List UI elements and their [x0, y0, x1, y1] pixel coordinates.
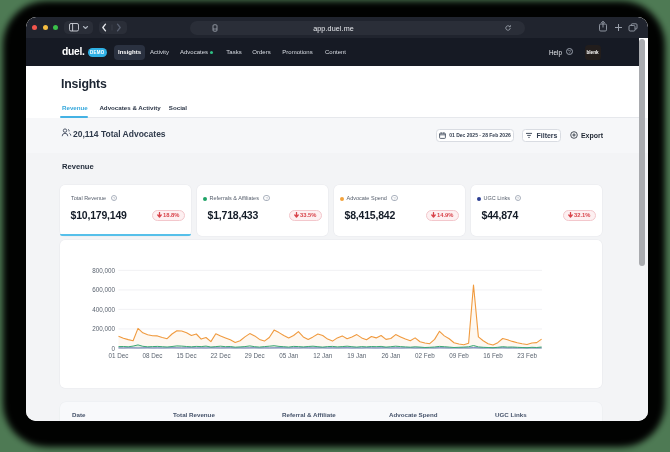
- svg-text:22 Dec: 22 Dec: [211, 352, 231, 359]
- svg-text:26 Jan: 26 Jan: [381, 352, 400, 359]
- svg-text:23 Feb: 23 Feb: [517, 352, 537, 359]
- svg-text:09 Feb: 09 Feb: [449, 352, 469, 359]
- svg-text:05 Jan: 05 Jan: [279, 352, 298, 359]
- svg-text:400,000: 400,000: [92, 306, 115, 313]
- svg-text:29 Dec: 29 Dec: [245, 352, 265, 359]
- svg-text:12 Jan: 12 Jan: [313, 352, 332, 359]
- svg-text:19 Jan: 19 Jan: [347, 352, 366, 359]
- svg-text:200,000: 200,000: [92, 325, 115, 332]
- svg-text:02 Feb: 02 Feb: [415, 352, 435, 359]
- svg-text:800,000: 800,000: [92, 267, 115, 274]
- svg-text:08 Dec: 08 Dec: [143, 352, 163, 359]
- svg-text:15 Dec: 15 Dec: [177, 352, 197, 359]
- svg-text:600,000: 600,000: [92, 286, 115, 293]
- svg-text:01 Dec: 01 Dec: [109, 352, 129, 359]
- svg-text:16 Feb: 16 Feb: [483, 352, 503, 359]
